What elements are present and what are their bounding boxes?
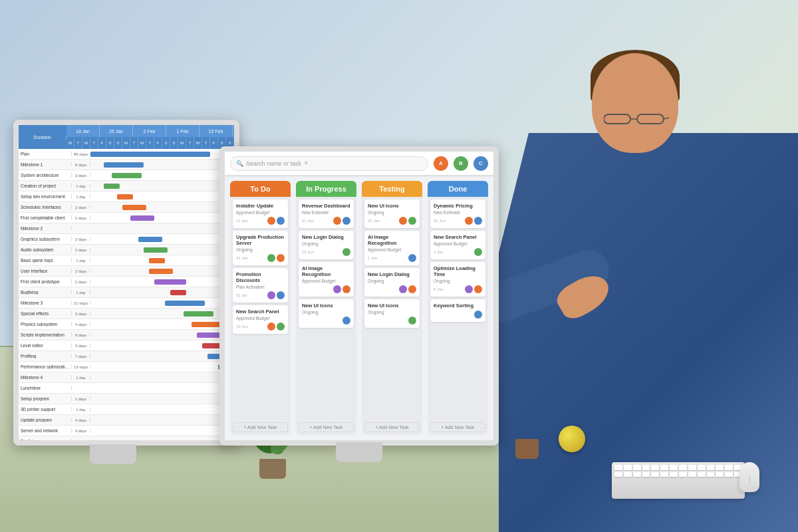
card-date: 31 Jul	[236, 293, 247, 297]
avatar-1[interactable]: A	[434, 156, 448, 171]
gantt-row[interactable]: Plan85 days	[19, 149, 234, 160]
kanban-card[interactable]: New UI IconsOngoing	[364, 299, 420, 328]
gantt-task-name: Milestone 2	[19, 226, 72, 231]
gantt-row[interactable]: System architecture3 days	[19, 170, 234, 181]
gantt-row[interactable]: Profiling7 days	[19, 351, 234, 362]
coffee-cup	[515, 439, 539, 459]
gantt-day: T	[90, 137, 98, 149]
gantt-bar	[122, 205, 146, 210]
gantt-row[interactable]: Bugfixing1 day	[19, 287, 234, 298]
gantt-row[interactable]: Schedules Interfaces2 days	[19, 202, 234, 213]
card-footer	[368, 317, 416, 325]
kanban-card[interactable]: New Login DialogOngoing	[364, 268, 420, 297]
card-avatars	[267, 291, 285, 299]
gantt-row[interactable]: Milestone 2	[19, 223, 234, 234]
gantt-timeline	[90, 170, 234, 180]
gantt-row[interactable]: Physics subsystem4 days	[19, 319, 234, 330]
add-task-button-done[interactable]: + Add New Task	[430, 422, 485, 432]
kanban-card[interactable]: Installer UpdateApproved Budget12 Jun	[233, 200, 288, 228]
gantt-row[interactable]: Creation of project1 day	[19, 181, 234, 192]
card-date: 31 Jan	[368, 219, 380, 223]
kanban-card[interactable]: New Search PanelApproved Budget3 Jun	[430, 231, 485, 259]
gantt-row[interactable]: Setup dev environment1 day	[19, 192, 234, 202]
gantt-row[interactable]: Server and network3 days	[19, 426, 234, 436]
gantt-bar	[144, 247, 168, 253]
gantt-row[interactable]: Bugfixing1 day	[19, 436, 234, 440]
gantt-row[interactable]: Performance optimization13 days	[19, 362, 234, 372]
kanban-card[interactable]: Optimize Loading TimeOngoing9 Jun	[430, 262, 485, 297]
kanban-card[interactable]: Revenue DashboardNew Estimate31 Jan	[299, 200, 354, 228]
card-avatar	[333, 285, 341, 293]
gantt-row[interactable]: Milestone 321 days	[19, 298, 234, 309]
add-task-button-testing[interactable]: + Add New Task	[364, 422, 420, 432]
card-footer	[302, 285, 350, 293]
gantt-timeline	[90, 362, 234, 372]
gantt-row[interactable]: Audio subsystem2 days	[19, 245, 234, 255]
kanban-card[interactable]: New Search PanelApproved Budget12 Jun	[233, 305, 288, 334]
kanban-card[interactable]: New Login DialogOngoing13 Jun	[299, 231, 354, 259]
kanban-card[interactable]: New UI IconsOngoing	[299, 299, 354, 328]
card-subtitle: Ongoing	[434, 279, 482, 283]
gantt-day: T	[186, 137, 194, 149]
kanban-column-todo: To DoInstaller UpdateApproved Budget12 J…	[230, 181, 291, 435]
add-task-button-todo[interactable]: + Add New Task	[233, 422, 288, 432]
key	[633, 465, 641, 470]
gantt-row[interactable]: User interface2 days	[19, 266, 234, 277]
kanban-card[interactable]: AI Image RecognitionApproved Budget	[299, 262, 354, 297]
kanban-cards-inprogress: Revenue DashboardNew Estimate31 JanNew L…	[296, 197, 356, 420]
card-avatar	[465, 217, 473, 225]
kanban-toolbar: 🔍 Search name or task ✕ A B C	[225, 152, 493, 176]
gantt-task-name: Server and network	[19, 428, 72, 433]
gantt-row[interactable]: Setup program2 days	[19, 394, 234, 404]
gantt-row[interactable]: First client prototype2 days	[19, 277, 234, 287]
card-date: 31 Jan	[236, 256, 248, 260]
avatar-3[interactable]: C	[473, 156, 488, 171]
gantt-row[interactable]: First completable client2 days	[19, 213, 234, 223]
card-avatars	[399, 285, 416, 293]
kanban-card[interactable]: Keyword Sorting	[430, 299, 485, 322]
kanban-search[interactable]: 🔍 Search name or task ✕	[230, 156, 428, 171]
gantt-row[interactable]: Milestone 19 days	[19, 160, 234, 170]
kanban-col-header-todo: To Do	[230, 181, 291, 197]
card-title: Installer Update	[236, 203, 285, 209]
gantt-task-name: Milestone 4	[19, 375, 72, 380]
card-avatar	[277, 323, 285, 331]
gantt-row[interactable]: Special effects3 days	[19, 309, 234, 319]
add-task-button-inprogress[interactable]: + Add New Task	[299, 422, 354, 432]
gantt-row[interactable]: Basic game logic1 day	[19, 255, 234, 266]
gantt-task-name: Setup program	[19, 396, 72, 401]
avatar-2[interactable]: B	[454, 156, 468, 171]
card-title: Promotion Discounts	[236, 271, 285, 283]
gantt-row[interactable]: Graphics subsystem2 days	[19, 234, 234, 245]
card-avatar	[474, 217, 482, 225]
card-date: 3 Jun	[434, 250, 444, 254]
gantt-task-name: System architecture	[19, 173, 72, 178]
gantt-row[interactable]: Lunchtime	[19, 383, 234, 394]
kanban-card[interactable]: AI Image RecognitionApproved Budget1 Jun	[364, 231, 420, 265]
gantt-task-duration: 2 days	[72, 205, 90, 209]
key	[651, 471, 659, 477]
kanban-card[interactable]: Promotion DiscountsPlan Activation31 Jul	[233, 268, 288, 303]
card-avatar	[408, 217, 416, 225]
search-clear-icon[interactable]: ✕	[304, 160, 309, 166]
gantt-row[interactable]: Level editor3 days	[19, 340, 234, 351]
gantt-day: W	[194, 137, 202, 149]
card-avatar	[277, 291, 285, 299]
card-title: Upgrade Production Server	[236, 234, 285, 246]
card-title: New Search Panel	[434, 234, 482, 240]
gantt-day: M	[178, 137, 186, 149]
card-avatars	[465, 217, 482, 225]
card-subtitle: Approved Budget	[236, 210, 285, 215]
gantt-timeline	[90, 436, 234, 440]
gantt-row[interactable]: Update program4 days	[19, 415, 234, 426]
gantt-task-name: First completable client	[19, 215, 72, 220]
kanban-card[interactable]: Dynamic PricingNew Estimate01 Jun	[430, 200, 485, 228]
gantt-row[interactable]: Milestone 41 day	[19, 372, 234, 383]
key	[716, 465, 724, 470]
gantt-row[interactable]: 3D printer support1 day	[19, 404, 234, 415]
kanban-card[interactable]: Upgrade Production ServerOngoing31 Jan	[233, 231, 288, 265]
kanban-card[interactable]: New UI IconsOngoing31 Jan	[364, 200, 420, 228]
gantt-day: W	[138, 137, 146, 149]
gantt-row[interactable]: Scripts implementation9 days	[19, 330, 234, 340]
gantt-bar	[165, 301, 205, 306]
